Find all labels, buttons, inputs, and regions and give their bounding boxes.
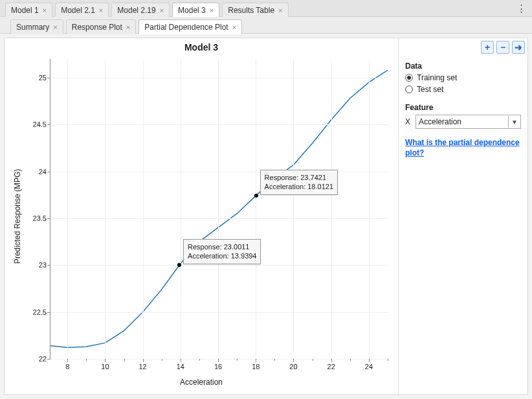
datatip-row: Response: 23.0011 xyxy=(188,242,256,251)
gridline xyxy=(369,59,370,359)
feature-section-label: Feature xyxy=(405,103,521,112)
view-tabstrip: Summary × Response Plot × Partial Depend… xyxy=(0,17,532,34)
chevron-down-icon: ▼ xyxy=(508,116,518,128)
x-tick-label: 24 xyxy=(365,363,373,370)
select-value: Acceleration xyxy=(419,117,461,126)
model-tabstrip: Model 1 × Model 2.1 × Model 2.19 × Model… xyxy=(0,0,532,17)
y-tick-label: 23.5 xyxy=(25,214,47,222)
datatip-acc-value: 18.0121 xyxy=(307,183,333,190)
x-tick-label: 18 xyxy=(252,363,260,370)
close-icon[interactable]: × xyxy=(232,24,236,31)
tab-model-3[interactable]: Model 3 × xyxy=(172,3,219,17)
y-tick-label: 23 xyxy=(25,261,47,269)
tab-label: Results Table xyxy=(228,6,274,15)
y-axis-label: Predicted Response (MPG) xyxy=(13,169,22,264)
tab-label: Response Plot xyxy=(72,23,122,32)
radio-dot-icon xyxy=(405,86,413,93)
gridline xyxy=(67,59,68,359)
close-icon[interactable]: × xyxy=(210,7,214,14)
y-tick-label: 22 xyxy=(25,355,47,363)
radio-dot-icon xyxy=(405,74,413,82)
gridline xyxy=(105,59,105,359)
tab-model-2-1[interactable]: Model 2.1 × xyxy=(55,3,109,17)
gridline xyxy=(181,59,181,359)
x-tick-label: 12 xyxy=(139,363,146,370)
datatip-marker[interactable] xyxy=(177,263,181,267)
app-root: Model 1 × Model 2.1 × Model 2.19 × Model… xyxy=(0,0,532,399)
gridline xyxy=(331,59,332,359)
datatip-acc-label: Acceleration: xyxy=(188,252,229,260)
close-icon[interactable]: × xyxy=(160,7,164,14)
datatip-acc-value: 13.9394 xyxy=(231,252,257,260)
gridline xyxy=(293,59,294,359)
tab-label: Model 2.19 xyxy=(117,6,155,15)
side-panel: Data Training set Test set Feature X Acc… xyxy=(398,38,527,394)
x-tick-label: 16 xyxy=(214,363,222,370)
y-tick-label: 22.5 xyxy=(25,308,47,316)
datatip-row: Acceleration: 18.0121 xyxy=(265,182,333,191)
radio-label: Test set xyxy=(417,85,443,94)
datatip-resp-value: 23.0011 xyxy=(224,243,250,251)
tabstrip-overflow-icon[interactable]: ⋮ xyxy=(516,3,526,14)
tab-label: Model 3 xyxy=(178,6,206,15)
radio-training-set[interactable]: Training set xyxy=(405,73,521,82)
y-tick-label: 25 xyxy=(25,74,47,82)
gridline xyxy=(50,218,388,219)
series-line xyxy=(50,70,388,347)
close-icon[interactable]: × xyxy=(43,7,47,14)
gridline xyxy=(50,265,388,266)
gridline xyxy=(50,359,388,359)
tab-results-table[interactable]: Results Table × xyxy=(222,3,288,17)
plot-line-svg xyxy=(50,59,388,359)
datatip-box[interactable]: Response: 23.7421Acceleration: 18.0121 xyxy=(260,170,338,195)
radio-label: Training set xyxy=(417,73,457,82)
datatip-resp-value: 23.7421 xyxy=(300,174,326,181)
datatip-resp-label: Response: xyxy=(188,243,222,251)
tab-model-1[interactable]: Model 1 × xyxy=(5,3,52,17)
tab-model-2-19[interactable]: Model 2.19 × xyxy=(111,3,170,17)
gridline xyxy=(256,59,256,359)
data-section-label: Data xyxy=(405,62,521,71)
gridline xyxy=(218,59,219,359)
x-tick-label: 22 xyxy=(327,363,335,370)
tab-label: Model 1 xyxy=(11,6,39,15)
x-tick-label: 20 xyxy=(289,363,297,370)
gridline xyxy=(143,59,144,359)
tab-partial-dependence-plot[interactable]: Partial Dependence Plot × xyxy=(139,19,242,34)
datatip-row: Response: 23.7421 xyxy=(265,173,333,182)
help-link[interactable]: What is the partial dependence plot? xyxy=(405,138,521,158)
radio-test-set[interactable]: Test set xyxy=(405,85,521,94)
x-tick-label: 8 xyxy=(65,363,69,370)
plot-axes[interactable]: 2222.52323.52424.52581012141618202224Res… xyxy=(50,59,388,359)
y-tick-label: 24.5 xyxy=(25,120,47,128)
y-tick-label: 24 xyxy=(25,168,47,176)
close-icon[interactable]: × xyxy=(99,7,103,14)
close-icon[interactable]: × xyxy=(53,24,57,31)
x-axis-label: Acceleration xyxy=(180,378,223,387)
feature-select[interactable]: Acceleration ▼ xyxy=(416,115,521,129)
close-icon[interactable]: × xyxy=(126,24,130,31)
datatip-row: Acceleration: 13.9394 xyxy=(188,251,256,260)
gridline xyxy=(50,78,388,78)
datatip-box[interactable]: Response: 23.0011Acceleration: 13.9394 xyxy=(183,239,261,264)
plot-title: Model 3 xyxy=(5,42,398,52)
tab-response-plot[interactable]: Response Plot × xyxy=(66,19,136,34)
datatip-acc-label: Acceleration: xyxy=(265,183,306,190)
tab-label: Partial Dependence Plot xyxy=(144,23,228,32)
plot-pane: Model 3 2222.52323.52424.525810121416182… xyxy=(5,38,398,394)
x-tick-label: 10 xyxy=(101,363,109,370)
x-letter-label: X xyxy=(405,117,416,126)
tab-label: Model 2.1 xyxy=(61,6,95,15)
gridline xyxy=(50,312,388,313)
datatip-marker[interactable] xyxy=(254,194,258,198)
gridline xyxy=(50,124,388,125)
feature-field-row: X Acceleration ▼ xyxy=(405,115,521,129)
tab-summary[interactable]: Summary × xyxy=(10,19,63,34)
datatip-resp-label: Response: xyxy=(265,174,299,181)
tab-label: Summary xyxy=(16,23,49,32)
close-icon[interactable]: × xyxy=(278,7,282,14)
x-tick-label: 14 xyxy=(177,363,184,370)
content-area: + − ➜ Model 3 2222.52323.52424.525810121… xyxy=(4,38,528,395)
